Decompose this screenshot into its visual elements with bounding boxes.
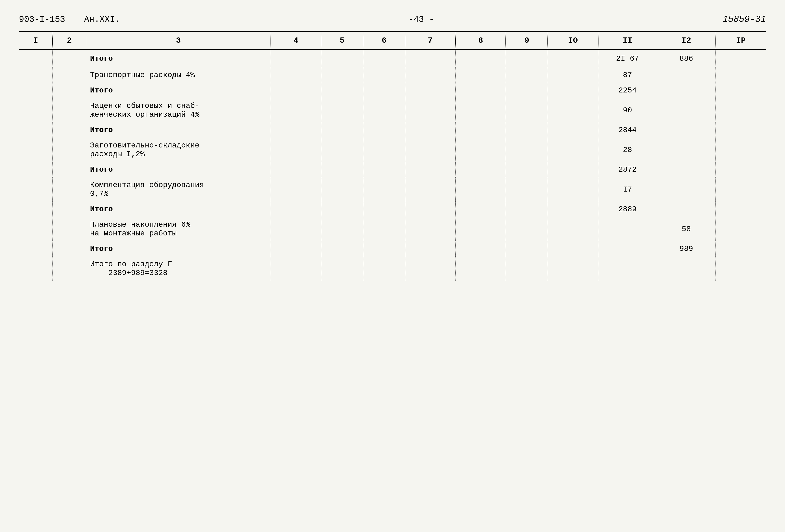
- col-header-3: 3: [86, 31, 271, 50]
- cell-1: [19, 241, 52, 257]
- cell-8: [455, 83, 506, 98]
- cell-5: [321, 241, 363, 257]
- cell-13: [716, 257, 766, 281]
- cell-6: [363, 138, 405, 162]
- col-header-7: 7: [405, 31, 455, 50]
- cell-13: [716, 138, 766, 162]
- cell-6: [363, 241, 405, 257]
- cell-13: [716, 202, 766, 217]
- cell-6: [363, 217, 405, 241]
- cell-4: [271, 162, 321, 177]
- col-header-9: 9: [506, 31, 548, 50]
- cell-4: [271, 202, 321, 217]
- cell-description: Итого: [86, 50, 271, 68]
- cell-10: [548, 98, 598, 122]
- cell-12: 886: [657, 50, 716, 68]
- cell-9: [506, 98, 548, 122]
- cell-9: [506, 177, 548, 202]
- cell-13: [716, 162, 766, 177]
- cell-4: [271, 98, 321, 122]
- cell-7: [405, 257, 455, 281]
- cell-4: [271, 257, 321, 281]
- cell-description: Итого: [86, 122, 271, 138]
- cell-11: 28: [598, 138, 657, 162]
- cell-11: 2I 67: [598, 50, 657, 68]
- cell-4: [271, 122, 321, 138]
- annex: Ан.XXI.: [84, 15, 120, 24]
- cell-13: [716, 217, 766, 241]
- cell-9: [506, 162, 548, 177]
- cell-7: [405, 50, 455, 68]
- cell-6: [363, 67, 405, 83]
- cell-5: [321, 177, 363, 202]
- cell-11: 2872: [598, 162, 657, 177]
- cell-13: [716, 122, 766, 138]
- cell-4: [271, 138, 321, 162]
- cell-10: [548, 257, 598, 281]
- main-table: I 2 3 4 5 6 7 8 9 IO II I2 IP Итого: [19, 31, 766, 281]
- cell-9: [506, 241, 548, 257]
- cell-8: [455, 122, 506, 138]
- cell-8: [455, 257, 506, 281]
- table-row: Итого 2872: [19, 162, 766, 177]
- cell-9: [506, 138, 548, 162]
- cell-description: Итого: [86, 83, 271, 98]
- cell-8: [455, 50, 506, 68]
- cell-6: [363, 257, 405, 281]
- cell-description: Транспортные расходы 4%: [86, 67, 271, 83]
- cell-11: [598, 257, 657, 281]
- cell-11: 87: [598, 67, 657, 83]
- cell-8: [455, 67, 506, 83]
- cell-2: [52, 67, 86, 83]
- cell-5: [321, 50, 363, 68]
- page-header: 903-I-153 Ан.XXI. -43 - 15859-31: [19, 14, 766, 24]
- cell-12: 989: [657, 241, 716, 257]
- col-header-10: IO: [548, 31, 598, 50]
- table-row: Наценки сбытовых и снаб-женческих органи…: [19, 98, 766, 122]
- col-header-8: 8: [455, 31, 506, 50]
- cell-12: [657, 257, 716, 281]
- col-header-1: I: [19, 31, 52, 50]
- cell-5: [321, 162, 363, 177]
- column-header-row: I 2 3 4 5 6 7 8 9 IO II I2 IP: [19, 31, 766, 50]
- cell-8: [455, 177, 506, 202]
- cell-12: [657, 67, 716, 83]
- cell-4: [271, 241, 321, 257]
- col-header-11: II: [598, 31, 657, 50]
- cell-9: [506, 217, 548, 241]
- cell-8: [455, 217, 506, 241]
- table-row-summary: Итого по разделу Г 2389+989=3328: [19, 257, 766, 281]
- cell-5: [321, 257, 363, 281]
- cell-2: [52, 122, 86, 138]
- cell-5: [321, 67, 363, 83]
- cell-8: [455, 202, 506, 217]
- cell-8: [455, 98, 506, 122]
- table-row: Итого 2844: [19, 122, 766, 138]
- cell-10: [548, 138, 598, 162]
- cell-6: [363, 122, 405, 138]
- cell-10: [548, 162, 598, 177]
- cell-1: [19, 162, 52, 177]
- cell-description: Плановые накопления 6%на монтажные работ…: [86, 217, 271, 241]
- cell-2: [52, 202, 86, 217]
- cell-5: [321, 83, 363, 98]
- cell-12: [657, 83, 716, 98]
- cell-5: [321, 202, 363, 217]
- cell-5: [321, 98, 363, 122]
- col-header-13: IP: [716, 31, 766, 50]
- cell-12: [657, 98, 716, 122]
- cell-4: [271, 217, 321, 241]
- cell-1: [19, 202, 52, 217]
- cell-13: [716, 177, 766, 202]
- col-header-12: I2: [657, 31, 716, 50]
- cell-7: [405, 241, 455, 257]
- col-header-6: 6: [363, 31, 405, 50]
- cell-11: I7: [598, 177, 657, 202]
- table-row: Комплектация оборудования0,7% I7: [19, 177, 766, 202]
- cell-1: [19, 98, 52, 122]
- cell-description: Итого: [86, 162, 271, 177]
- cell-1: [19, 138, 52, 162]
- cell-10: [548, 217, 598, 241]
- cell-6: [363, 162, 405, 177]
- cell-5: [321, 122, 363, 138]
